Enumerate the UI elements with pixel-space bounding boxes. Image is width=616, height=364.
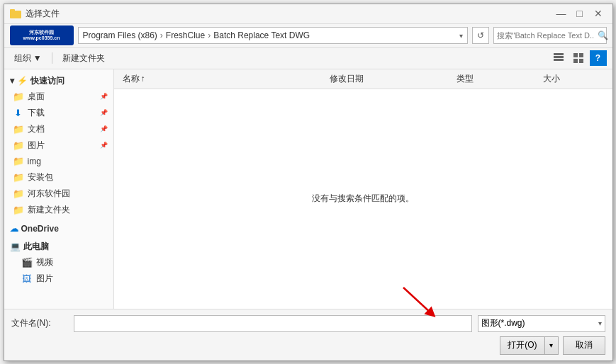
this-pc-header[interactable]: 💻 此电脑	[4, 238, 113, 254]
filetype-label: 图形(*.dwg)	[481, 317, 525, 329]
cancel-button[interactable]: 取消	[563, 336, 605, 355]
filetype-dropdown[interactable]: 图形(*.dwg) ▾	[478, 315, 605, 332]
refresh-button[interactable]: ↺	[472, 27, 489, 44]
filename-input[interactable]	[74, 315, 472, 332]
video-icon: 🎬	[21, 256, 33, 268]
search-icon[interactable]: 🔍	[598, 30, 608, 40]
sidebar-item-video[interactable]: 🎬 视频	[4, 254, 113, 271]
pictures-label: 图片	[28, 140, 45, 152]
open-dropdown-button[interactable]: ▾	[544, 336, 559, 355]
title-bar: 选择文件 — □ ✕	[4, 4, 612, 24]
path-batch-replace[interactable]: Batch Replace Text DWG	[213, 30, 310, 40]
sidebar-item-img[interactable]: 📁 img	[4, 154, 113, 169]
downloads-label: 下载	[28, 107, 45, 119]
pictures2-label: 图片	[36, 273, 53, 285]
sidebar-item-desktop[interactable]: 📁 桌面 📌	[4, 89, 113, 105]
documents-icon: 📁	[13, 123, 24, 135]
view-tiles-button[interactable]	[570, 50, 587, 66]
sidebar: ▾ ⚡ 快速访问 📁 桌面 📌 ⬇ 下载 📌 📁 文档 📌	[4, 69, 114, 309]
hedong-label: 河东软件园	[28, 188, 70, 200]
new-folder-icon: 📁	[13, 204, 24, 215]
path-dropdown-icon[interactable]: ▾	[459, 32, 463, 40]
documents-label: 文档	[28, 123, 45, 135]
view-details-button[interactable]	[550, 50, 567, 66]
onedrive-label: OneDrive	[21, 224, 59, 234]
dialog-title: 选择文件	[26, 8, 60, 20]
hedong-icon: 📁	[13, 188, 24, 199]
filetype-chevron-icon: ▾	[598, 319, 602, 327]
minimize-button[interactable]: —	[553, 6, 570, 21]
bottom-bar: 文件名(N): 图形(*.dwg) ▾ 打开(O) ▾ 取消	[4, 309, 612, 360]
search-input[interactable]	[497, 31, 595, 40]
quick-access-label: 快速访问	[30, 75, 65, 87]
img-icon: 📁	[13, 156, 24, 167]
folder-title-icon	[10, 8, 21, 19]
help-button[interactable]: ?	[590, 50, 607, 66]
quick-access-header[interactable]: ▾ ⚡ 快速访问	[4, 72, 113, 89]
title-bar-left: 选择文件	[10, 8, 60, 20]
address-bar: 河东软件园www.pc0359.cn Program Files (x86) ›…	[4, 24, 612, 48]
quick-access-chevron: ▾	[10, 76, 14, 86]
file-area: 名称 ↑ 修改日期 类型 大小 没有与搜索条件匹配的项。	[114, 69, 612, 309]
new-folder-button[interactable]: 新建文件夹	[58, 51, 109, 66]
sidebar-item-documents[interactable]: 📁 文档 📌	[4, 121, 113, 137]
pictures2-icon: 🖼	[21, 273, 33, 284]
search-box[interactable]: 🔍	[493, 27, 607, 44]
open-btn-group: 打开(O) ▾	[500, 336, 558, 355]
documents-pin-icon: 📌	[100, 125, 108, 132]
col-header-date[interactable]: 修改日期	[327, 73, 454, 85]
pictures-pin-icon: 📌	[100, 142, 108, 149]
sidebar-item-pictures[interactable]: 📁 图片 📌	[4, 137, 113, 154]
col-header-size[interactable]: 大小	[540, 73, 606, 85]
sidebar-item-pictures2[interactable]: 🖼 图片	[4, 271, 113, 287]
sidebar-item-hedong[interactable]: 📁 河东软件园	[4, 186, 113, 202]
path-freshclue[interactable]: FreshClue	[166, 30, 205, 40]
packages-label: 安装包	[28, 171, 53, 183]
sidebar-item-downloads[interactable]: ⬇ 下载 📌	[4, 105, 113, 121]
quick-access-section: ▾ ⚡ 快速访问 📁 桌面 📌 ⬇ 下载 📌 📁 文档 📌	[4, 72, 113, 218]
desktop-label: 桌面	[28, 91, 45, 103]
col-size-label: 大小	[543, 73, 560, 85]
svg-rect-7	[573, 59, 578, 63]
svg-rect-8	[579, 59, 583, 63]
col-name-sort: ↑	[141, 74, 145, 84]
video-label: 视频	[36, 256, 53, 268]
col-header-type[interactable]: 类型	[454, 73, 540, 85]
img-label: img	[28, 157, 41, 166]
dialog-window: 选择文件 — □ ✕ 河东软件园www.pc0359.cn Program Fi…	[4, 4, 613, 361]
new-folder-label: 新建文件夹	[28, 204, 70, 216]
downloads-icon: ⬇	[13, 107, 24, 118]
this-pc-label: 此电脑	[23, 241, 49, 253]
maximize-button[interactable]: □	[571, 6, 588, 21]
app-logo: 河东软件园www.pc0359.cn	[10, 25, 74, 45]
file-list-body: 没有与搜索条件匹配的项。	[114, 89, 612, 309]
onedrive-icon: ☁	[10, 224, 18, 234]
details-view-icon	[554, 53, 564, 63]
packages-icon: 📁	[13, 171, 24, 183]
this-pc-section: 💻 此电脑 🎬 视频 🖼 图片	[4, 238, 113, 287]
address-path[interactable]: Program Files (x86) › FreshClue › Batch …	[78, 27, 468, 44]
toolbar-separator	[52, 52, 52, 64]
tiles-view-icon	[573, 53, 583, 63]
title-controls: — □ ✕	[553, 6, 607, 21]
onedrive-header[interactable]: ☁ OneDrive	[4, 221, 113, 235]
this-pc-icon: 💻	[10, 241, 21, 251]
col-type-label: 类型	[457, 73, 474, 85]
close-button[interactable]: ✕	[590, 6, 607, 21]
sidebar-item-packages[interactable]: 📁 安装包	[4, 169, 113, 186]
svg-rect-6	[579, 53, 583, 57]
open-button[interactable]: 打开(O)	[500, 336, 544, 355]
col-header-name[interactable]: 名称 ↑	[120, 73, 327, 85]
col-date-label: 修改日期	[330, 73, 364, 85]
organize-button[interactable]: 组织 ▼	[10, 51, 46, 66]
desktop-pin-icon: 📌	[100, 93, 108, 100]
filename-label: 文件名(N):	[11, 317, 68, 329]
buttons-row: 打开(O) ▾ 取消	[11, 336, 605, 355]
path-program-files[interactable]: Program Files (x86)	[83, 30, 157, 40]
sidebar-item-new-folder[interactable]: 📁 新建文件夹	[4, 202, 113, 218]
svg-rect-4	[554, 59, 564, 61]
toolbar-right: ?	[550, 50, 607, 66]
main-area: ▾ ⚡ 快速访问 📁 桌面 📌 ⬇ 下载 📌 📁 文档 📌	[4, 69, 612, 309]
toolbar2: 组织 ▼ 新建文件夹 ?	[4, 48, 612, 69]
path-sep2: ›	[208, 30, 211, 40]
